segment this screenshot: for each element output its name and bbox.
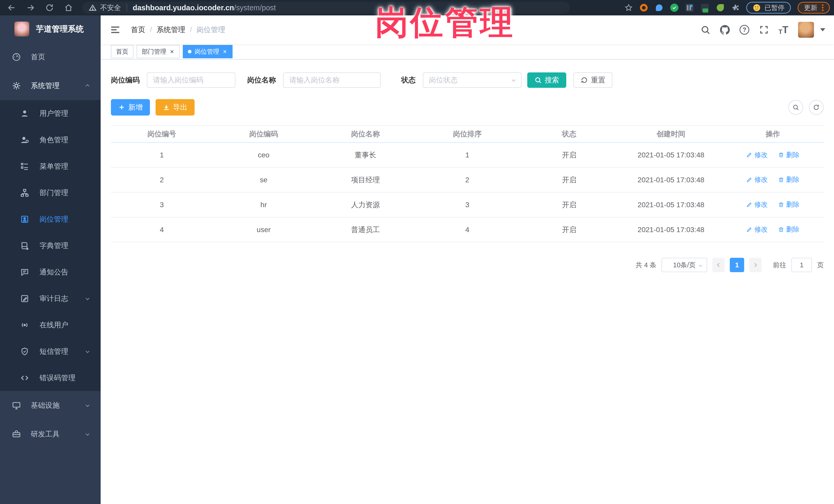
col-post-id: 岗位编号 xyxy=(111,126,213,143)
tab-home[interactable]: 首页 xyxy=(111,45,133,58)
extension-sidebar-icon[interactable] xyxy=(685,3,694,12)
cell-name: 人力资源 xyxy=(314,192,416,217)
paused-label: 已暂停 xyxy=(764,3,785,12)
cell-actions: 修改 删除 xyxy=(722,143,824,168)
prev-page-button[interactable] xyxy=(712,258,725,272)
bookmark-star-icon[interactable] xyxy=(624,4,633,12)
sidebar-item-audit-log[interactable]: 审计日志 xyxy=(0,285,101,312)
extension-check-icon[interactable] xyxy=(670,4,678,12)
search-button[interactable]: 搜索 xyxy=(527,72,566,88)
delete-link[interactable]: 删除 xyxy=(778,151,799,159)
sidebar-item-label: 在线用户 xyxy=(40,320,68,330)
forward-icon[interactable] xyxy=(26,3,35,12)
url-host: dashboard.yudao.iocoder.cn xyxy=(133,4,234,12)
edit-link[interactable]: 修改 xyxy=(746,225,768,234)
toggle-search-button[interactable] xyxy=(788,100,803,115)
sidebar-item-dept-mgmt[interactable]: 部门管理 xyxy=(0,179,101,206)
app-logo-row[interactable]: 芋道管理系统 xyxy=(0,16,101,43)
header-search-icon[interactable] xyxy=(701,25,710,35)
export-button[interactable]: 导出 xyxy=(156,99,195,115)
cell-actions: 修改 删除 xyxy=(722,217,824,242)
hamburger-icon[interactable] xyxy=(110,24,120,35)
tab-label: 岗位管理 xyxy=(195,47,219,56)
page-size-select[interactable]: 10条/页 xyxy=(661,258,707,272)
table-row: 2 se 项目经理 2 开启 2021-01-05 17:03:48 修改 删除 xyxy=(111,168,824,192)
sidebar-item-role-mgmt[interactable]: 角色管理 xyxy=(0,127,101,153)
sidebar-item-dev-tools[interactable]: 研发工具 xyxy=(0,420,101,448)
post-name-input[interactable] xyxy=(283,72,381,88)
sidebar-item-label: 基础设施 xyxy=(31,400,60,410)
col-created: 创建时间 xyxy=(620,126,722,143)
tab-label: 首页 xyxy=(116,47,128,56)
sidebar-item-online-users[interactable]: 在线用户 xyxy=(0,312,101,338)
sidebar-item-label: 通知公告 xyxy=(40,267,68,277)
col-post-name: 岗位名称 xyxy=(314,126,416,143)
extensions-puzzle-icon[interactable] xyxy=(731,4,740,12)
cell-created: 2021-01-05 17:03:48 xyxy=(620,192,722,217)
edit-link[interactable]: 修改 xyxy=(746,175,768,184)
sidebar-item-label: 用户管理 xyxy=(40,109,68,118)
update-button[interactable]: 更新 xyxy=(797,2,830,14)
tab-post-mgmt[interactable]: 岗位管理 xyxy=(183,45,233,58)
delete-link[interactable]: 删除 xyxy=(778,200,799,209)
table-row: 3 hr 人力资源 3 开启 2021-01-05 17:03:48 修改 删除 xyxy=(111,192,824,217)
delete-link[interactable]: 删除 xyxy=(778,225,799,234)
sidebar-item-home[interactable]: 首页 xyxy=(0,43,101,71)
page-number-1[interactable]: 1 xyxy=(730,258,744,272)
menu-list-icon xyxy=(20,162,29,171)
tab-dept-mgmt[interactable]: 部门管理 xyxy=(136,45,180,58)
cell-actions: 修改 删除 xyxy=(722,192,824,217)
post-code-label: 岗位编码 xyxy=(111,75,140,85)
cell-name: 项目经理 xyxy=(314,168,416,192)
sidebar-item-post-mgmt[interactable]: 岗位管理 xyxy=(0,206,101,232)
add-button[interactable]: 新增 xyxy=(111,99,150,115)
sidebar-item-error-code[interactable]: 错误码管理 xyxy=(0,365,101,391)
extension-gtm-icon[interactable] xyxy=(701,3,709,12)
sidebar-item-dict-mgmt[interactable]: 字典管理 xyxy=(0,232,101,259)
edit-link[interactable]: 修改 xyxy=(746,151,768,159)
sidebar-item-label: 部门管理 xyxy=(40,188,68,198)
profile-paused-chip[interactable]: 已暂停 xyxy=(746,2,791,14)
tab-close-icon[interactable] xyxy=(222,49,227,54)
cell-id: 3 xyxy=(111,192,213,217)
pagination-total: 共 4 条 xyxy=(636,261,656,269)
extension-location-icon[interactable] xyxy=(655,3,663,12)
avatar[interactable] xyxy=(798,22,814,38)
breadcrumb-system[interactable]: 系统管理 xyxy=(157,25,185,35)
toolbox-icon xyxy=(12,430,21,439)
extension-orange-ring-icon[interactable] xyxy=(639,3,648,12)
tab-close-icon[interactable] xyxy=(170,49,175,54)
extension-leaf-icon[interactable] xyxy=(716,3,725,12)
breadcrumb-home[interactable]: 首页 xyxy=(131,25,145,35)
delete-link[interactable]: 删除 xyxy=(778,175,799,184)
github-icon[interactable] xyxy=(720,25,730,35)
sidebar-item-user-mgmt[interactable]: 用户管理 xyxy=(0,100,101,127)
avatar-caret-down-icon[interactable] xyxy=(820,28,825,31)
breadcrumb-separator: / xyxy=(150,26,152,34)
fullscreen-icon[interactable] xyxy=(759,25,769,35)
goto-page-input[interactable] xyxy=(791,258,812,272)
status-select[interactable] xyxy=(423,72,522,88)
sidebar-item-label: 系统管理 xyxy=(31,81,60,91)
browser-menu-kebab-icon[interactable] xyxy=(822,4,824,11)
reset-button[interactable]: 重置 xyxy=(573,72,613,88)
edit-link[interactable]: 修改 xyxy=(746,200,768,209)
back-icon[interactable] xyxy=(7,3,16,12)
sidebar-item-notice[interactable]: 通知公告 xyxy=(0,259,101,285)
infrastructure-icon xyxy=(12,401,21,410)
sidebar-item-system[interactable]: 系统管理 xyxy=(0,71,101,100)
reload-icon[interactable] xyxy=(45,3,54,12)
sidebar-item-sms-mgmt[interactable]: 短信管理 xyxy=(0,338,101,365)
post-code-input[interactable] xyxy=(147,72,235,88)
next-page-button[interactable] xyxy=(749,258,762,272)
sidebar-item-menu-mgmt[interactable]: 菜单管理 xyxy=(0,153,101,179)
search-icon xyxy=(534,76,542,84)
refresh-table-button[interactable] xyxy=(809,100,824,115)
font-size-icon[interactable]: TT xyxy=(778,24,788,36)
home-icon[interactable] xyxy=(64,3,73,12)
table-row: 1 ceo 董事长 1 开启 2021-01-05 17:03:48 修改 删除 xyxy=(111,143,824,168)
help-icon[interactable]: ? xyxy=(740,25,749,35)
status-select-input[interactable] xyxy=(423,72,522,88)
sidebar-item-infrastructure[interactable]: 基础设施 xyxy=(0,391,101,420)
sidebar-item-label: 字典管理 xyxy=(40,241,68,250)
